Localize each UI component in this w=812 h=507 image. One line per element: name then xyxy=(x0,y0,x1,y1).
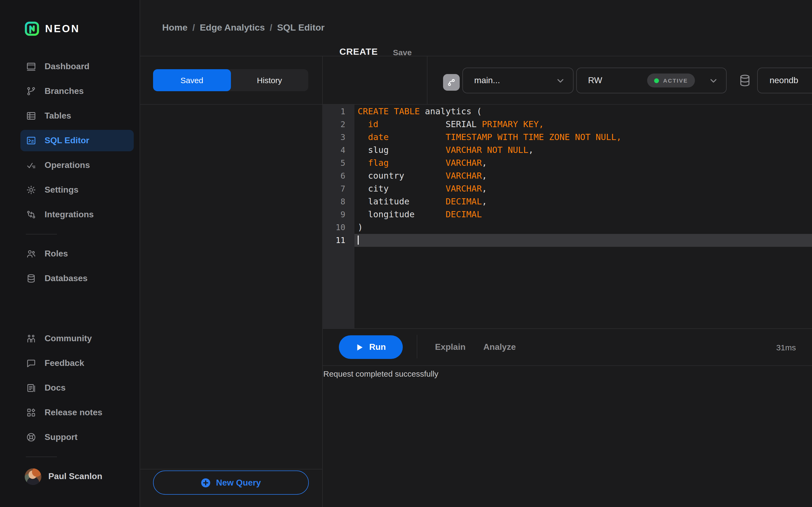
breadcrumb-separator: / xyxy=(269,22,272,33)
code-line[interactable]: 2 id SERIAL PRIMARY KEY, xyxy=(322,118,812,131)
database-select[interactable]: neondb xyxy=(757,68,812,93)
code-text: latitude DECIMAL, xyxy=(354,195,812,208)
sidebar-item-dashboard[interactable]: Dashboard xyxy=(0,54,140,79)
code-text: country VARCHAR, xyxy=(354,170,812,182)
breadcrumb-segment[interactable]: Edge Analytics xyxy=(200,22,265,33)
breadcrumb: Home/Edge Analytics/SQL Editor xyxy=(162,0,325,56)
line-number: 4 xyxy=(322,144,354,157)
user-menu[interactable]: Paul Scanlon xyxy=(0,464,140,489)
code-line[interactable]: 3 date TIMESTAMP WITH TIME ZONE NOT NULL… xyxy=(322,131,812,144)
breadcrumb-segment[interactable]: Home xyxy=(162,22,188,33)
database-select-value: neondb xyxy=(770,76,798,85)
code-line[interactable]: 9 longitude DECIMAL xyxy=(322,208,812,221)
sidebar-item-label: Operations xyxy=(45,160,90,170)
tab-history[interactable]: History xyxy=(231,69,308,91)
code-line[interactable]: 4 slug VARCHAR NOT NULL, xyxy=(322,144,812,157)
code-line[interactable]: 1CREATE TABLE analytics ( xyxy=(322,105,812,118)
branches-icon xyxy=(26,86,37,97)
chevron-down-icon xyxy=(556,76,565,85)
code-line[interactable]: 11 xyxy=(322,234,812,247)
branch-select[interactable]: main... xyxy=(462,68,573,93)
sidebar-item-release-notes[interactable]: Release notes xyxy=(0,400,140,425)
sidebar-item-operations[interactable]: Operations xyxy=(0,153,140,178)
sidebar-item-label: SQL Editor xyxy=(45,136,89,146)
code-text: slug VARCHAR NOT NULL, xyxy=(354,144,812,157)
sidebar-item-community[interactable]: Community xyxy=(0,326,140,351)
tables-icon xyxy=(26,111,37,121)
sidebar-item-databases[interactable]: Databases xyxy=(0,266,140,291)
release-notes-icon xyxy=(26,407,37,418)
tab-saved[interactable]: Saved xyxy=(153,69,231,91)
line-number: 8 xyxy=(322,195,354,208)
compute-select[interactable]: RW ACTIVE xyxy=(576,68,727,93)
brand-logo[interactable]: NEON xyxy=(25,21,80,36)
divider xyxy=(417,335,417,358)
sidebar-item-label: Databases xyxy=(45,274,88,283)
neon-logo-icon xyxy=(25,21,39,36)
sql-code-editor[interactable]: 1CREATE TABLE analytics (2 id SERIAL PRI… xyxy=(322,105,812,247)
breadcrumb-separator: / xyxy=(192,22,195,33)
community-icon xyxy=(26,333,37,344)
sidebar-item-docs[interactable]: Docs xyxy=(0,376,140,400)
analyze-button[interactable]: Analyze xyxy=(483,335,516,359)
sidebar-divider xyxy=(26,457,57,457)
code-line[interactable]: 5 flag VARCHAR, xyxy=(322,157,812,170)
query-duration: 31ms xyxy=(776,335,796,359)
sidebar-item-settings[interactable]: Settings xyxy=(0,178,140,202)
code-text: longitude DECIMAL xyxy=(354,208,812,221)
user-avatar xyxy=(25,468,41,485)
code-line[interactable]: 6 country VARCHAR, xyxy=(322,170,812,182)
code-line[interactable]: 7 city VARCHAR, xyxy=(322,182,812,195)
status-label: ACTIVE xyxy=(663,77,688,84)
sidebar-item-branches[interactable]: Branches xyxy=(0,79,140,104)
sidebar-item-label: Community xyxy=(45,334,92,343)
code-text: city VARCHAR, xyxy=(354,182,812,195)
code-text: flag VARCHAR, xyxy=(354,157,812,170)
sidebar-item-support[interactable]: Support xyxy=(0,425,140,450)
user-name: Paul Scanlon xyxy=(48,471,102,481)
sidebar-item-label: Integrations xyxy=(45,210,94,219)
sidebar-item-label: Dashboard xyxy=(45,62,89,71)
sidebar-item-integrations[interactable]: Integrations xyxy=(0,202,140,227)
compute-select-value: RW xyxy=(588,76,602,85)
query-title: CREATE xyxy=(340,47,378,57)
play-icon xyxy=(356,343,364,351)
databases-icon xyxy=(26,273,37,284)
code-text: date TIMESTAMP WITH TIME ZONE NOT NULL, xyxy=(354,131,812,144)
branch-select-value: main... xyxy=(474,76,500,85)
divider xyxy=(140,104,812,105)
sidebar-item-sql-editor[interactable]: SQL Editor xyxy=(20,130,134,151)
sidebar-item-feedback[interactable]: Feedback xyxy=(0,351,140,376)
sidebar-item-label: Roles xyxy=(45,249,68,259)
main-area: Home/Edge Analytics/SQL Editor SavedHist… xyxy=(140,0,812,507)
operations-icon xyxy=(26,160,37,171)
divider xyxy=(140,469,322,469)
new-query-label: New Query xyxy=(216,478,261,488)
settings-icon xyxy=(26,184,37,195)
new-query-button[interactable]: New Query xyxy=(153,470,309,495)
run-label: Run xyxy=(369,342,386,352)
sidebar-item-label: Tables xyxy=(45,111,71,121)
sidebar-item-roles[interactable]: Roles xyxy=(0,241,140,266)
code-text: CREATE TABLE analytics ( xyxy=(354,105,812,118)
explain-button[interactable]: Explain xyxy=(435,335,466,359)
line-number: 2 xyxy=(322,118,354,131)
run-button[interactable]: Run xyxy=(339,335,403,359)
database-icon xyxy=(738,73,752,88)
line-number: 1 xyxy=(322,105,354,118)
sidebar-item-label: Support xyxy=(45,433,78,442)
breadcrumb-segment[interactable]: SQL Editor xyxy=(277,22,325,33)
save-button[interactable]: Save xyxy=(393,48,412,57)
sidebar-item-tables[interactable]: Tables xyxy=(0,104,140,128)
code-text: id SERIAL PRIMARY KEY, xyxy=(354,118,812,131)
sidebar-item-label: Settings xyxy=(45,185,79,195)
code-text xyxy=(354,234,812,247)
branch-button[interactable] xyxy=(443,74,460,91)
status-badge: ACTIVE xyxy=(647,73,695,88)
plus-circle-icon xyxy=(201,478,210,488)
code-line[interactable]: 10) xyxy=(322,221,812,234)
line-number: 3 xyxy=(322,131,354,144)
divider xyxy=(322,328,812,329)
code-line[interactable]: 8 latitude DECIMAL, xyxy=(322,195,812,208)
code-text: ) xyxy=(354,221,812,234)
